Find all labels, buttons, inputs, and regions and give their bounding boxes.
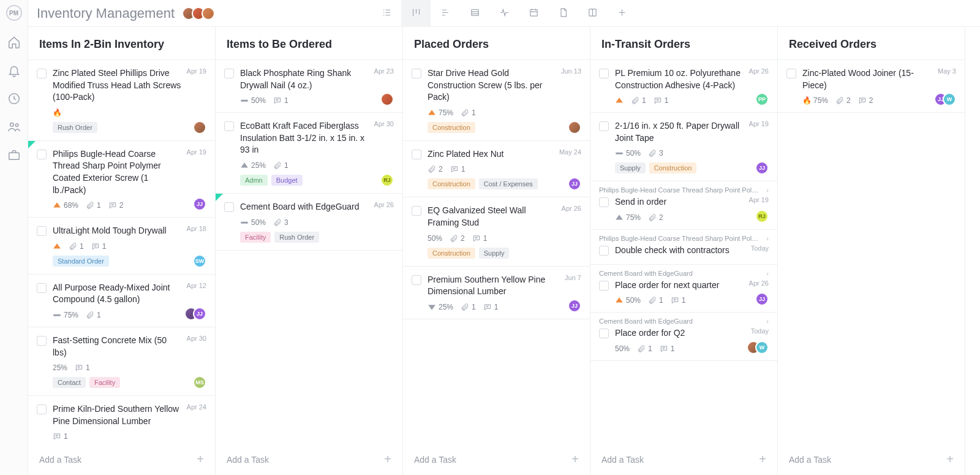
parent-task-link[interactable]: Philips Bugle-Head Coarse Thread Sharp P…: [590, 230, 777, 242]
tag[interactable]: Budget: [271, 175, 303, 186]
tag[interactable]: Construction: [428, 122, 475, 133]
view-add-icon[interactable]: [607, 0, 636, 27]
task-card[interactable]: Zinc Plated Steel Phillips Drive Modifie…: [28, 60, 215, 141]
task-assignees[interactable]: JJ: [755, 292, 769, 306]
task-checkbox[interactable]: [599, 69, 609, 78]
avatar[interactable]: [193, 121, 206, 134]
add-task-button[interactable]: Add a Task+: [28, 444, 215, 475]
avatar[interactable]: JJ: [568, 177, 581, 191]
task-assignees[interactable]: JJ: [568, 299, 581, 313]
tag[interactable]: Standard Order: [53, 256, 109, 267]
tag[interactable]: Supply: [479, 248, 510, 259]
avatar[interactable]: [380, 93, 394, 106]
view-calendar-icon[interactable]: [519, 0, 548, 27]
tag[interactable]: Facility: [89, 377, 120, 388]
task-card[interactable]: Premium Southern Yellow Pine Dimensional…: [403, 267, 590, 319]
task-card[interactable]: Zinc-Plated Wood Joiner (15-Piece)May 3🔥…: [778, 60, 965, 113]
parent-task-link[interactable]: Cement Board with EdgeGuard›: [590, 313, 777, 325]
avatar[interactable]: MS: [193, 376, 206, 389]
task-card[interactable]: Zinc Plated Hex NutMay 2421ConstructionC…: [403, 141, 590, 198]
task-assignees[interactable]: PP: [755, 93, 769, 106]
task-card[interactable]: Place order for Q2Today50%11W: [590, 325, 777, 361]
task-checkbox[interactable]: [37, 226, 47, 236]
task-checkbox[interactable]: [599, 246, 609, 256]
add-task-button[interactable]: Add a Task+: [590, 444, 777, 475]
people-icon[interactable]: [7, 120, 21, 134]
task-assignees[interactable]: JJ: [755, 161, 769, 175]
avatar[interactable]: W: [943, 93, 956, 106]
tag[interactable]: Rush Order: [274, 232, 319, 243]
briefcase-icon[interactable]: [7, 148, 21, 162]
task-assignees[interactable]: [193, 121, 206, 134]
task-checkbox[interactable]: [412, 206, 421, 216]
task-assignees[interactable]: RJ: [380, 173, 394, 187]
task-card[interactable]: Double check with contractorsToday: [590, 242, 777, 265]
tag[interactable]: Rush Order: [53, 122, 97, 133]
avatar[interactable]: SW: [193, 254, 206, 268]
task-card[interactable]: Send in orderApr 1975%2RJ: [590, 194, 777, 230]
task-card[interactable]: PL Premium 10 oz. Polyurethane Construct…: [590, 60, 777, 113]
avatar[interactable]: JJ: [568, 299, 581, 313]
add-task-button[interactable]: Add a Task+: [216, 444, 402, 475]
avatar[interactable]: RJ: [755, 210, 769, 223]
task-checkbox[interactable]: [224, 121, 234, 131]
view-pulse-icon[interactable]: [489, 0, 519, 27]
add-task-button[interactable]: Add a Task+: [778, 444, 965, 475]
clock-icon[interactable]: [7, 92, 21, 105]
avatar[interactable]: JJ: [755, 292, 769, 306]
task-checkbox[interactable]: [412, 150, 421, 159]
task-checkbox[interactable]: [37, 336, 47, 346]
tag[interactable]: Construction: [428, 178, 475, 189]
avatar[interactable]: JJ: [193, 307, 206, 321]
view-file-icon[interactable]: [548, 0, 578, 27]
parent-task-link[interactable]: Philips Bugle-Head Coarse Thread Sharp P…: [590, 181, 777, 194]
avatar[interactable]: [568, 121, 581, 134]
task-card[interactable]: Philips Bugle-Head Coarse Thread Sharp P…: [28, 141, 215, 218]
avatar[interactable]: W: [755, 341, 769, 354]
view-board-icon[interactable]: [401, 0, 431, 27]
task-card[interactable]: Cement Board with EdgeGuardApr 2650%3Fac…: [216, 194, 402, 251]
tag[interactable]: Cost / Expenses: [479, 178, 538, 189]
task-checkbox[interactable]: [224, 202, 234, 212]
avatar[interactable]: [202, 7, 215, 20]
task-checkbox[interactable]: [224, 69, 234, 78]
tag[interactable]: Facility: [240, 232, 271, 243]
task-assignees[interactable]: W: [747, 341, 769, 354]
header-avatars[interactable]: [182, 7, 215, 20]
tag[interactable]: Construction: [428, 248, 475, 259]
parent-task-link[interactable]: Cement Board with EdgeGuard›: [590, 265, 777, 277]
task-checkbox[interactable]: [37, 69, 47, 78]
task-assignees[interactable]: JJ: [184, 307, 206, 321]
task-checkbox[interactable]: [412, 275, 421, 285]
task-checkbox[interactable]: [599, 121, 609, 131]
task-card[interactable]: 2-1/16 in. x 250 ft. Paper Drywall Joint…: [590, 113, 777, 181]
task-card[interactable]: Fast-Setting Concrete Mix (50 lbs)Apr 30…: [28, 327, 215, 396]
task-checkbox[interactable]: [786, 69, 796, 78]
home-icon[interactable]: [7, 36, 21, 49]
task-checkbox[interactable]: [412, 69, 421, 78]
avatar[interactable]: JJ: [193, 197, 206, 211]
avatar[interactable]: JJ: [755, 161, 769, 175]
app-logo[interactable]: PM: [6, 5, 22, 21]
bell-icon[interactable]: [7, 64, 21, 77]
task-card[interactable]: All Purpose Ready-Mixed Joint Compound (…: [28, 275, 215, 327]
task-card[interactable]: Black Phosphate Ring Shank Drywall Nail …: [216, 60, 402, 113]
task-card[interactable]: EcoBatt Kraft Faced Fiberglass Insulatio…: [216, 113, 402, 194]
view-table-icon[interactable]: [460, 0, 489, 27]
avatar[interactable]: PP: [755, 93, 769, 106]
task-card[interactable]: Star Drive Head Gold Construction Screw …: [403, 60, 590, 141]
view-gantt-icon[interactable]: [431, 0, 460, 27]
task-card[interactable]: EQ Galvanized Steel Wall Framing StudApr…: [403, 197, 590, 266]
tag[interactable]: Contact: [53, 377, 86, 388]
task-card[interactable]: UltraLight Mold Tough DrywallApr 1811Sta…: [28, 218, 215, 275]
task-assignees[interactable]: JJ: [568, 177, 581, 191]
task-checkbox[interactable]: [37, 150, 47, 159]
task-checkbox[interactable]: [599, 281, 609, 291]
task-assignees[interactable]: JJ: [193, 197, 206, 211]
task-checkbox[interactable]: [37, 405, 47, 414]
view-list-icon[interactable]: [372, 0, 401, 27]
add-task-button[interactable]: Add a Task+: [403, 444, 590, 475]
tag[interactable]: Supply: [615, 162, 646, 173]
task-card[interactable]: Place order for next quarterApr 2650%11J…: [590, 277, 777, 313]
task-checkbox[interactable]: [37, 283, 47, 293]
